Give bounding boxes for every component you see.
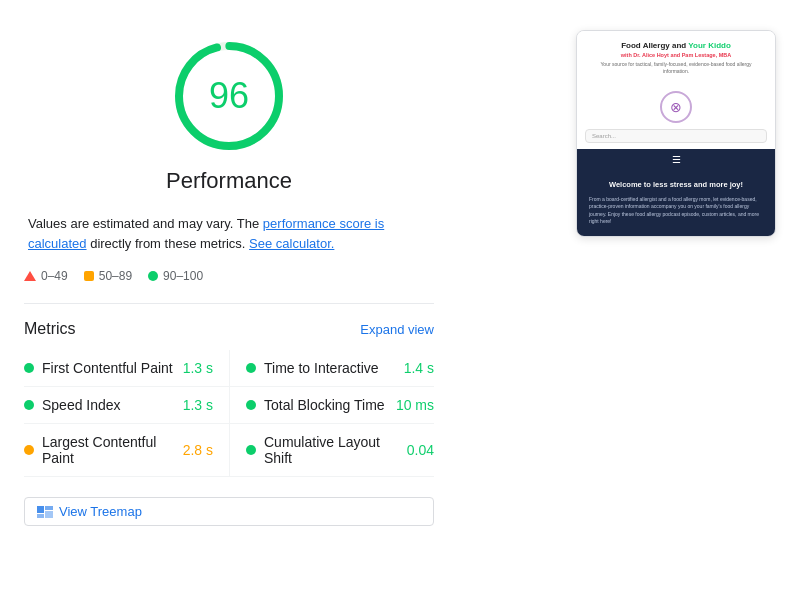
metric-value-si: 1.3 s <box>183 397 213 413</box>
preview-header: Food Allergy and Your Kiddo with Dr. Ali… <box>577 31 775 83</box>
metric-dot-fcp <box>24 363 34 373</box>
treemap-icon <box>37 506 53 518</box>
metric-value-lcp: 2.8 s <box>183 442 213 458</box>
legend-item-good: 90–100 <box>148 269 203 283</box>
metric-dot-cls <box>246 445 256 455</box>
metric-row-cls: Cumulative Layout Shift 0.04 <box>229 424 434 477</box>
metric-row-tti: Time to Interactive 1.4 s <box>229 350 434 387</box>
metric-name-lcp: Largest Contentful Paint <box>42 434 175 466</box>
score-circle: 96 <box>169 36 289 156</box>
metrics-title: Metrics <box>24 320 76 338</box>
preview-search-placeholder: Search... <box>592 133 616 139</box>
metric-value-fcp: 1.3 s <box>183 360 213 376</box>
metric-dot-tbt <box>246 400 256 410</box>
divider <box>24 303 434 304</box>
preview-logo-symbol: ⊗ <box>670 99 682 115</box>
left-panel: 96 Performance Values are estimated and … <box>24 20 434 580</box>
metric-name-tbt: Total Blocking Time <box>264 397 388 413</box>
calculator-link[interactable]: See calculator. <box>249 236 334 251</box>
score-section: 96 Performance <box>24 20 434 202</box>
preview-tagline: Your source for tactical, family-focused… <box>589 61 763 75</box>
preview-hero-text: From a board-certified allergist and a f… <box>589 196 763 226</box>
preview-hero: Welcome to less stress and more joy! Fro… <box>577 170 775 236</box>
metric-name-fcp: First Contentful Paint <box>42 360 175 376</box>
metric-dot-tti <box>246 363 256 373</box>
metrics-header: Metrics Expand view <box>24 320 434 338</box>
metric-row-si: Speed Index 1.3 s <box>24 387 229 424</box>
square-icon <box>84 271 94 281</box>
metric-row-fcp: First Contentful Paint 1.3 s <box>24 350 229 387</box>
preview-site-title: Food Allergy and Your Kiddo <box>589 41 763 51</box>
preview-hero-title: Welcome to less stress and more joy! <box>589 180 763 191</box>
metric-value-cls: 0.04 <box>407 442 434 458</box>
metric-value-tti: 1.4 s <box>404 360 434 376</box>
expand-view-link[interactable]: Expand view <box>360 322 434 337</box>
description-text: Values are estimated and may vary. The p… <box>24 214 434 253</box>
legend-fail-label: 0–49 <box>41 269 68 283</box>
metric-dot-si <box>24 400 34 410</box>
svg-rect-3 <box>45 506 53 510</box>
view-treemap-button[interactable]: View Treemap <box>24 497 434 526</box>
metric-row-tbt: Total Blocking Time 10 ms <box>229 387 434 424</box>
treemap-label: View Treemap <box>59 504 142 519</box>
legend: 0–49 50–89 90–100 <box>24 265 434 287</box>
svg-rect-5 <box>37 514 44 518</box>
website-preview: Food Allergy and Your Kiddo with Dr. Ali… <box>576 30 776 237</box>
legend-average-label: 50–89 <box>99 269 132 283</box>
metric-name-cls: Cumulative Layout Shift <box>264 434 399 466</box>
legend-item-fail: 0–49 <box>24 269 68 283</box>
preview-logo-circle: ⊗ <box>660 91 692 123</box>
preview-title-part2: Your Kiddo <box>688 41 731 50</box>
right-panel: Food Allergy and Your Kiddo with Dr. Ali… <box>454 20 776 580</box>
desc-text2: directly from these metrics. <box>87 236 250 251</box>
desc-text1: Values are estimated and may vary. The <box>28 216 263 231</box>
metrics-grid: First Contentful Paint 1.3 s Time to Int… <box>24 350 434 477</box>
score-label: Performance <box>166 168 292 194</box>
triangle-icon <box>24 271 36 281</box>
metric-value-tbt: 10 ms <box>396 397 434 413</box>
metric-name-tti: Time to Interactive <box>264 360 396 376</box>
preview-nav: ☰ <box>577 149 775 170</box>
legend-item-average: 50–89 <box>84 269 132 283</box>
treemap-svg <box>37 506 53 518</box>
metric-dot-lcp <box>24 445 34 455</box>
preview-title-part1: Food Allergy and <box>621 41 688 50</box>
main-container: 96 Performance Values are estimated and … <box>0 0 800 600</box>
preview-search-bar: Search... <box>585 129 767 143</box>
preview-menu-icon: ☰ <box>672 154 681 165</box>
score-number: 96 <box>209 75 249 117</box>
metric-name-si: Speed Index <box>42 397 175 413</box>
circle-icon <box>148 271 158 281</box>
preview-authors: with Dr. Alice Hoyt and Pam Lestage, MBA <box>589 52 763 58</box>
metric-row-lcp: Largest Contentful Paint 2.8 s <box>24 424 229 477</box>
preview-logo-area: ⊗ <box>577 83 775 129</box>
svg-rect-4 <box>45 511 53 518</box>
legend-good-label: 90–100 <box>163 269 203 283</box>
svg-rect-2 <box>37 506 44 513</box>
